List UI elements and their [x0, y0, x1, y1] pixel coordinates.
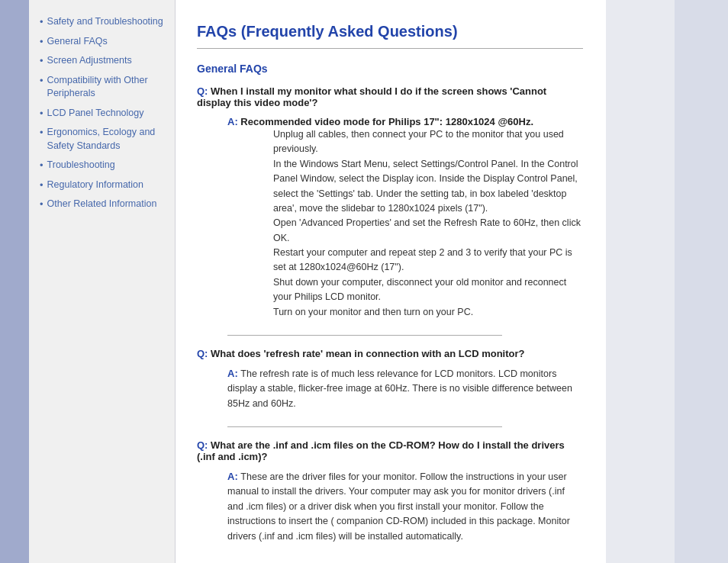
answer-block-3: A: These are the driver files for your m… — [227, 470, 583, 544]
q2-text-body: What does 'refresh rate' mean in connect… — [211, 348, 524, 359]
a2-label: A: — [227, 368, 238, 379]
sidebar-link-regulatory[interactable]: Regulatory Information — [47, 179, 143, 192]
sidebar-item-general-faqs[interactable]: General FAQs — [40, 35, 167, 49]
question-1: Q: When I install my monitor what should… — [197, 85, 583, 108]
q2-label: Q: — [197, 348, 208, 359]
sidebar-item-troubleshooting[interactable]: Troubleshooting — [40, 159, 167, 172]
divider-1 — [227, 335, 502, 336]
left-accent-bar — [0, 0, 29, 563]
sidebar-item-compatibility[interactable]: Compatibility with Other Peripherals — [40, 74, 167, 101]
sidebar: Safety and Troubleshooting General FAQs … — [29, 0, 176, 563]
a1-body: Unplug all cables, then connect your PC … — [273, 127, 583, 320]
page-title: FAQs (Frequently Asked Questions) — [197, 23, 583, 40]
qa-block-1: Q: When I install my monitor what should… — [197, 85, 583, 320]
sidebar-link-safety[interactable]: Safety and Troubleshooting — [47, 15, 163, 29]
a3-label: A: — [227, 471, 238, 482]
sidebar-link-lcd-panel[interactable]: LCD Panel Technology — [47, 107, 144, 121]
q3-label: Q: — [197, 439, 208, 451]
right-accent-inner — [606, 0, 675, 563]
answer-block-1: A: Recommended video mode for Philips 17… — [227, 116, 583, 320]
sidebar-item-lcd-panel[interactable]: LCD Panel Technology — [40, 107, 167, 121]
q1-text-content: When I install my monitor what should I … — [197, 85, 546, 108]
title-divider — [197, 48, 583, 49]
a3-body-text: These are the driver files for your moni… — [227, 471, 570, 542]
sidebar-item-safety[interactable]: Safety and Troubleshooting — [40, 15, 167, 29]
question-2: Q: What does 'refresh rate' mean in conn… — [197, 348, 583, 359]
question-3: Q: What are the .inf and .icm files on t… — [197, 439, 583, 462]
q3-text-body: What are the .inf and .icm files on the … — [197, 439, 565, 462]
sidebar-link-general-faqs[interactable]: General FAQs — [47, 35, 108, 49]
sidebar-link-ergonomics[interactable]: Ergonomics, Ecology and Safety Standards — [47, 126, 167, 153]
a1-title-content: Recommended video mode for Philips 17": … — [240, 116, 533, 127]
section-title-general-faqs: General FAQs — [197, 63, 583, 75]
sidebar-nav: Safety and Troubleshooting General FAQs … — [40, 15, 167, 211]
sidebar-item-regulatory[interactable]: Regulatory Information — [40, 179, 167, 192]
qa-block-3: Q: What are the .inf and .icm files on t… — [197, 439, 583, 544]
sidebar-link-compatibility[interactable]: Compatibility with Other Peripherals — [47, 74, 167, 101]
sidebar-link-screen-adjustments[interactable]: Screen Adjustments — [47, 54, 132, 68]
sidebar-item-screen-adjustments[interactable]: Screen Adjustments — [40, 54, 167, 68]
a1-label: A: — [227, 116, 238, 127]
sidebar-item-ergonomics[interactable]: Ergonomics, Ecology and Safety Standards — [40, 126, 167, 153]
sidebar-item-other-related[interactable]: Other Related Information — [40, 198, 167, 211]
q1-label: Q: — [197, 85, 208, 97]
answer-block-2: A: The refresh rate is of much less rele… — [227, 367, 583, 411]
sidebar-link-troubleshooting[interactable]: Troubleshooting — [47, 159, 115, 172]
a2-body-text: The refresh rate is of much less relevan… — [227, 368, 572, 409]
qa-block-2: Q: What does 'refresh rate' mean in conn… — [197, 348, 583, 411]
sidebar-link-other-related[interactable]: Other Related Information — [47, 198, 157, 211]
main-content: FAQs (Frequently Asked Questions) Genera… — [176, 0, 606, 563]
divider-2 — [227, 426, 502, 427]
right-accent-bar — [606, 0, 728, 563]
